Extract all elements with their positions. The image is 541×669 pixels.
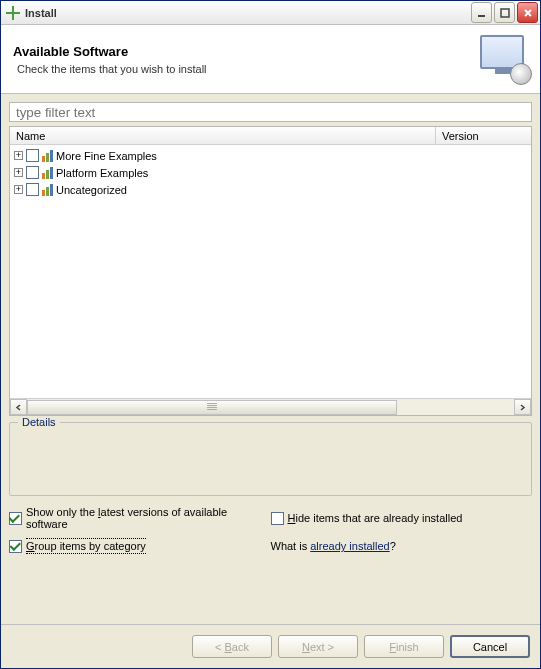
button-bar: < Back Next > Finish Cancel (1, 624, 540, 668)
option-what-is: What is already installed? (271, 538, 533, 554)
scroll-track[interactable] (27, 399, 514, 415)
expand-icon[interactable]: + (14, 185, 23, 194)
next-button[interactable]: Next > (278, 635, 358, 658)
option-show-latest: Show only the latest versions of availab… (9, 506, 271, 530)
column-name[interactable]: Name (10, 127, 436, 144)
item-checkbox[interactable] (26, 149, 39, 162)
svg-rect-1 (6, 12, 20, 14)
column-version[interactable]: Version (436, 127, 531, 144)
hide-installed-label: Hide items that are already installed (288, 512, 463, 524)
options-area: Show only the latest versions of availab… (9, 506, 532, 554)
show-latest-label: Show only the latest versions of availab… (26, 506, 271, 530)
item-label: More Fine Examples (56, 150, 157, 162)
option-group-category: Group items by category (9, 538, 271, 554)
tree-item[interactable]: + Uncategorized (10, 181, 531, 198)
tree-body: + More Fine Examples + Platform Examples… (10, 145, 531, 398)
show-latest-checkbox[interactable] (9, 512, 22, 525)
titlebar: Install (1, 1, 540, 25)
scroll-right-icon[interactable] (514, 399, 531, 415)
svg-rect-2 (478, 15, 485, 17)
already-installed-link[interactable]: already installed (310, 540, 390, 552)
minimize-button[interactable] (471, 2, 492, 23)
banner-title: Available Software (13, 44, 480, 59)
cancel-button[interactable]: Cancel (450, 635, 530, 658)
scroll-left-icon[interactable] (10, 399, 27, 415)
install-icon (5, 5, 21, 21)
category-icon (42, 167, 53, 179)
install-wizard-icon (480, 35, 528, 83)
expand-icon[interactable]: + (14, 151, 23, 160)
option-hide-installed: Hide items that are already installed (271, 506, 533, 530)
finish-button[interactable]: Finish (364, 635, 444, 658)
maximize-button[interactable] (494, 2, 515, 23)
svg-rect-3 (501, 9, 509, 17)
expand-icon[interactable]: + (14, 168, 23, 177)
details-legend: Details (18, 416, 60, 428)
group-category-label: Group items by category (26, 538, 146, 554)
banner-subtitle: Check the items that you wish to install (17, 63, 480, 75)
hide-installed-checkbox[interactable] (271, 512, 284, 525)
install-dialog: Install Available Software Check the ite… (0, 0, 541, 669)
scroll-thumb[interactable] (27, 400, 397, 415)
what-is-label: What is already installed? (271, 540, 396, 552)
item-label: Uncategorized (56, 184, 127, 196)
back-button[interactable]: < Back (192, 635, 272, 658)
item-checkbox[interactable] (26, 166, 39, 179)
group-category-checkbox[interactable] (9, 540, 22, 553)
software-tree: Name Version + More Fine Examples + Plat… (9, 126, 532, 416)
close-button[interactable] (517, 2, 538, 23)
content-area: Name Version + More Fine Examples + Plat… (1, 94, 540, 624)
category-icon (42, 150, 53, 162)
tree-item[interactable]: + Platform Examples (10, 164, 531, 181)
tree-item[interactable]: + More Fine Examples (10, 147, 531, 164)
tree-header: Name Version (10, 127, 531, 145)
details-panel: Details (9, 422, 532, 496)
item-checkbox[interactable] (26, 183, 39, 196)
window-title: Install (25, 7, 471, 19)
filter-input[interactable] (9, 102, 532, 122)
item-label: Platform Examples (56, 167, 148, 179)
wizard-banner: Available Software Check the items that … (1, 25, 540, 94)
horizontal-scrollbar[interactable] (10, 398, 531, 415)
category-icon (42, 184, 53, 196)
